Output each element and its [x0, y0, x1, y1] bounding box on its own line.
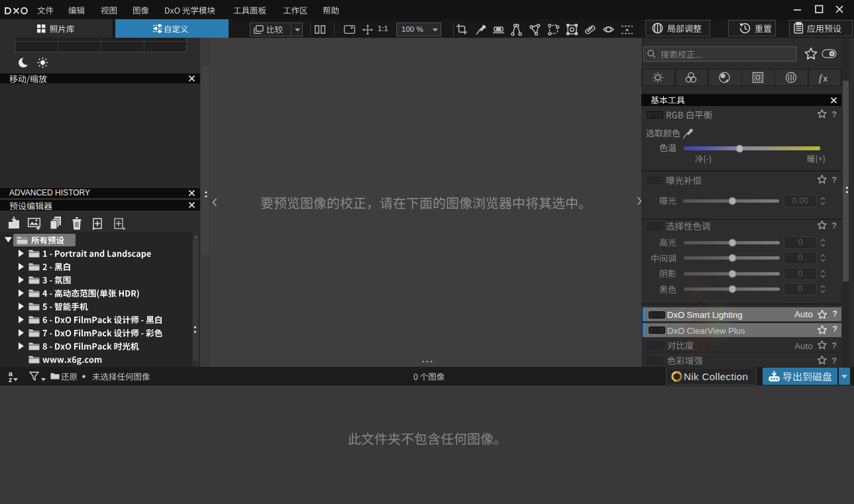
- svg-text:f: f: [819, 73, 823, 83]
- svg-text:z: z: [9, 376, 12, 383]
- svg-text:x: x: [824, 74, 828, 83]
